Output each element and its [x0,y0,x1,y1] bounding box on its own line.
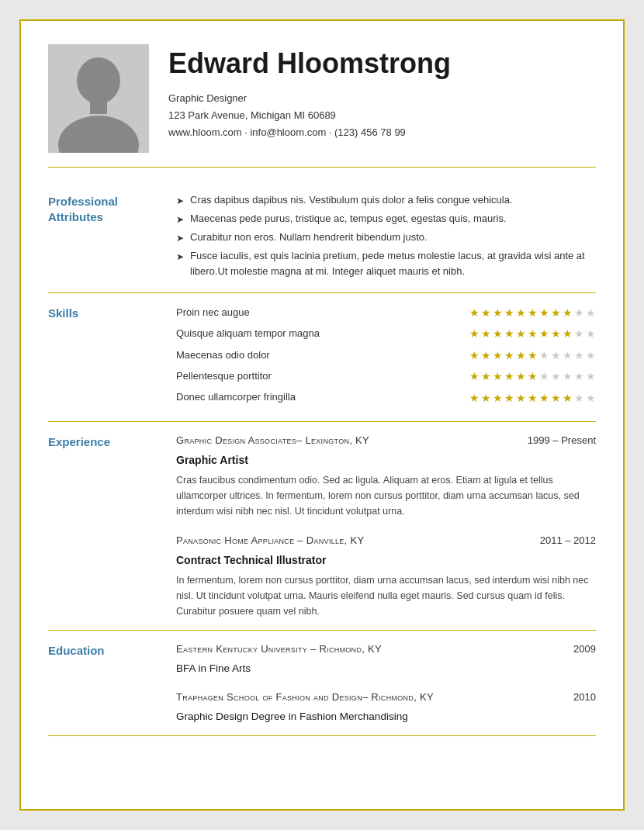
experience-label: Experience [48,433,161,619]
school-name: Traphagen School of Fashion and Design– … [176,690,434,706]
star-rating: ★★★★★★★★★★★ [469,368,596,385]
graduation-year: 2010 [573,690,596,706]
professional-attributes-label: Professional Attributes [48,192,161,282]
education-item: Traphagen School of Fashion and Design– … [176,690,596,725]
degree-title: BFA in Fine Arts [176,660,596,677]
star-rating: ★★★★★★★★★★★ [469,347,596,364]
education-content: Eastern Kentucky University – Richmond, … [176,642,596,725]
job-description: In fermentum, lorem non cursus porttitor… [176,572,596,619]
degree-title: Graphic Design Degree in Fashion Merchan… [176,708,596,725]
resume-page: Edward Hloomstrong Graphic Designer 123 … [19,19,625,811]
attributes-list: ➤ Cras dapibus dapibus nis. Vestibulum q… [176,192,596,278]
experience-header: Graphic Design Associates– Lexington, KY… [176,433,596,449]
list-item: ➤ Fusce iaculis, est quis lacinia pretiu… [176,248,596,278]
experience-header: Panasonic Home Appliance – Danville, KY … [176,533,596,549]
school-name: Eastern Kentucky University – Richmond, … [176,642,382,658]
company-name: Panasonic Home Appliance – Danville, KY [176,533,364,549]
graduation-year: 2009 [573,642,596,658]
list-item: ➤ Cras dapibus dapibus nis. Vestibulum q… [176,192,596,208]
contact-info: www.hloom.com · info@hloom.com · (123) 4… [168,124,596,141]
candidate-name: Edward Hloomstrong [168,48,596,79]
star-rating: ★★★★★★★★★★★ [469,389,596,406]
company-name: Graphic Design Associates– Lexington, KY [176,433,369,449]
job-description: Cras faucibus condimentum odio. Sed ac l… [176,472,596,519]
education-header: Traphagen School of Fashion and Design– … [176,690,596,706]
avatar [48,44,149,153]
experience-content: Graphic Design Associates– Lexington, KY… [176,433,596,619]
candidate-title: Graphic Designer 123 Park Avenue, Michig… [168,90,596,141]
star-rating: ★★★★★★★★★★★ [469,325,596,342]
arrow-icon: ➤ [176,213,184,227]
skills-label: Skills [48,304,161,410]
experience-item: Graphic Design Associates– Lexington, KY… [176,433,596,519]
skill-row: Pellentesque porttitor ★★★★★★★★★★★ [176,368,596,385]
job-title: Graphic Designer [168,90,596,107]
skill-row: Proin nec augue ★★★★★★★★★★★ [176,304,596,321]
education-header: Eastern Kentucky University – Richmond, … [176,642,596,658]
arrow-icon: ➤ [176,194,184,208]
experience-dates: 1999 – Present [528,433,596,449]
job-title: Contract Technical Illustrator [176,552,596,569]
svg-rect-3 [90,100,107,114]
svg-point-1 [77,57,120,104]
skills-content: Proin nec augue ★★★★★★★★★★★ Quisque aliq… [176,304,596,410]
header-section: Edward Hloomstrong Graphic Designer 123 … [48,44,596,168]
professional-attributes-content: ➤ Cras dapibus dapibus nis. Vestibulum q… [176,192,596,282]
arrow-icon: ➤ [176,231,184,245]
education-label: Education [48,642,161,725]
star-rating: ★★★★★★★★★★★ [469,304,596,321]
address: 123 Park Avenue, Michigan MI 60689 [168,107,596,124]
skill-row: Maecenas odio dolor ★★★★★★★★★★★ [176,347,596,364]
list-item: ➤ Maecenas pede purus, tristique ac, tem… [176,211,596,227]
education-section: Education Eastern Kentucky University – … [48,631,596,736]
arrow-icon: ➤ [176,250,184,278]
skill-row: Donec ullamcorper fringilla ★★★★★★★★★★★ [176,389,596,406]
experience-dates: 2011 – 2012 [540,533,596,549]
education-item: Eastern Kentucky University – Richmond, … [176,642,596,676]
experience-item: Panasonic Home Appliance – Danville, KY … [176,533,596,619]
list-item: ➤ Curabitur non eros. Nullam hendrerit b… [176,230,596,245]
skill-row: Quisque aliquam tempor magna ★★★★★★★★★★★ [176,325,596,342]
header-info: Edward Hloomstrong Graphic Designer 123 … [168,44,596,141]
professional-attributes-section: Professional Attributes ➤ Cras dapibus d… [48,182,596,293]
job-title: Graphic Artist [176,451,596,469]
skills-section: Skills Proin nec augue ★★★★★★★★★★★ Quisq… [48,293,596,422]
experience-section: Experience Graphic Design Associates– Le… [48,422,596,631]
